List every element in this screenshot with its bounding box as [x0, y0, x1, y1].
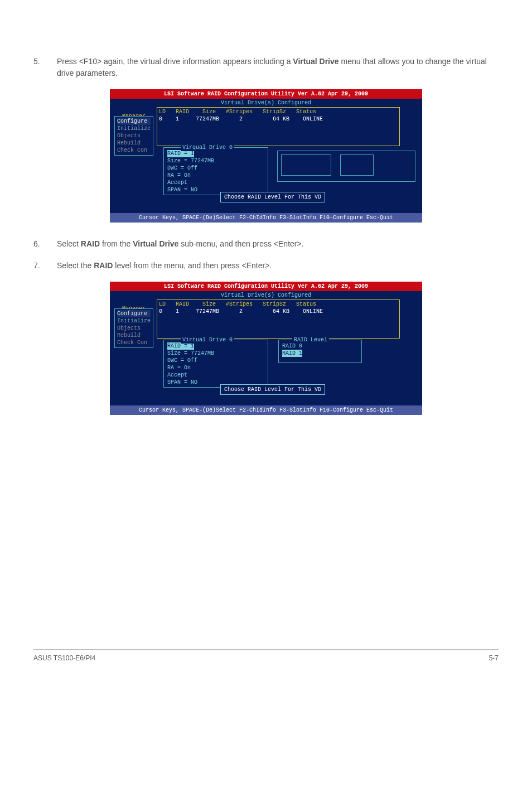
- step-6-prefix: Select: [57, 239, 81, 248]
- step-6-bold2: Virtual Drive: [133, 239, 178, 248]
- sidebar-menu-2: Configure Initialize Objects Rebuild Che…: [114, 308, 153, 348]
- step-6-number: 6.: [33, 238, 57, 250]
- menu-objects-2[interactable]: Objects: [117, 325, 151, 332]
- vd-accept-1[interactable]: Accept: [167, 179, 264, 186]
- step-7-number: 7.: [33, 260, 57, 272]
- menu-rebuild-2[interactable]: Rebuild: [117, 332, 151, 339]
- raid-level-title: RAID Level: [292, 336, 329, 344]
- virtual-drive-title-2: Virtual Drive 0: [181, 336, 234, 344]
- preview-box-1: [277, 151, 415, 182]
- step-7-bold: RAID: [94, 261, 113, 270]
- step-5-prefix: Press <F10> again, the virtual drive inf…: [57, 57, 293, 66]
- page-footer: ASUS TS100-E6/PI4 5-7: [33, 649, 499, 662]
- vd-dwc-1[interactable]: DWC = Off: [167, 165, 264, 172]
- menu-initialize-1[interactable]: Initialize: [117, 125, 151, 132]
- vd-accept-2[interactable]: Accept: [167, 371, 264, 379]
- step-7: 7. Select the RAID level from the menu, …: [33, 260, 499, 272]
- step-5: 5. Press <F10> again, the virtual drive …: [33, 56, 499, 79]
- bios-header-row-2: LD RAID Size #Stripes StripSz Status: [159, 301, 400, 308]
- bios-title-2: LSI Software RAID Configuration Utility …: [110, 282, 422, 291]
- menu-objects-1[interactable]: Objects: [117, 132, 151, 139]
- step-5-bold: Virtual Drive: [293, 57, 338, 66]
- vd-ra-2[interactable]: RA = On: [167, 364, 264, 371]
- choose-raid-level-1: Choose RAID Level For This VD: [220, 192, 325, 202]
- vd-size-1[interactable]: Size = 77247MB: [167, 157, 264, 165]
- footer-left: ASUS TS100-E6/PI4: [33, 654, 95, 662]
- step-6-text: Select RAID from the Virtual Drive sub-m…: [57, 238, 499, 250]
- bios-data-row-1: 0 1 77247MB 2 64 KB ONLINE: [159, 115, 400, 123]
- bios-header-row-1: LD RAID Size #Stripes StripSz Status: [159, 108, 400, 115]
- sidebar-menu-1: Configure Initialize Objects Rebuild Che…: [114, 116, 153, 156]
- step-6-mid: from the: [100, 239, 133, 248]
- bios-subtitle-1: Virtual Drive(s) Configured: [110, 99, 422, 107]
- step-5-text: Press <F10> again, the virtual drive inf…: [57, 56, 499, 79]
- raid-level-box: RAID Level RAID 0 RAID 1: [278, 340, 362, 363]
- bios-screenshot-2: LSI Software RAID Configuration Utility …: [110, 282, 422, 415]
- virtual-drive-box-1: Virqual Drive 0 RAID = 1 Size = 77247MB …: [163, 147, 268, 195]
- menu-initialize-2[interactable]: Initialize: [117, 317, 151, 325]
- bios-footer-2: Cursor Keys, SPACE-(De)Select F2-ChIdInf…: [110, 405, 422, 415]
- menu-configure-1[interactable]: Configure: [117, 118, 151, 125]
- footer-right: 5-7: [489, 654, 499, 662]
- menu-check-2[interactable]: Check Con: [117, 339, 151, 346]
- vd-dwc-2[interactable]: DWC = Off: [167, 357, 264, 364]
- bios-subtitle-2: Virtual Drive(s) Configured: [110, 291, 422, 299]
- preview-inner-b-1: [340, 154, 374, 176]
- step-7-prefix: Select the: [57, 261, 94, 270]
- vd-size-2[interactable]: Size = 77247MB: [167, 350, 264, 357]
- raid-level-1[interactable]: RAID 1: [282, 350, 302, 357]
- bios-title-1: LSI Software RAID Configuration Utility …: [110, 89, 422, 99]
- step-6-bold1: RAID: [81, 239, 100, 248]
- step-6-suffix: sub-menu, and then press <Enter>.: [178, 239, 303, 248]
- menu-configure-2[interactable]: Configure: [117, 310, 151, 317]
- vd-ra-1[interactable]: RA = On: [167, 172, 264, 179]
- bios-screenshot-1: LSI Software RAID Configuration Utility …: [110, 89, 422, 223]
- step-7-suffix: level from the menu, and then press <Ent…: [113, 261, 272, 270]
- step-7-text: Select the RAID level from the menu, and…: [57, 260, 499, 272]
- menu-check-1[interactable]: Check Con: [117, 147, 151, 154]
- virtual-drive-box-2: Virtual Drive 0 RAID = 1 Size = 77247MB …: [163, 340, 268, 388]
- menu-rebuild-1[interactable]: Rebuild: [117, 139, 151, 147]
- step-5-number: 5.: [33, 56, 57, 79]
- preview-inner-a-1: [281, 154, 331, 176]
- virtual-drive-title-1: Virqual Drive 0: [181, 144, 234, 151]
- bios-data-row-2: 0 1 77247MB 2 64 KB ONLINE: [159, 308, 400, 315]
- bios-footer-1: Cursor Keys, SPACE-(De)Select F2-ChIdInf…: [110, 213, 422, 223]
- step-6: 6. Select RAID from the Virtual Drive su…: [33, 238, 499, 250]
- choose-raid-level-2: Choose RAID Level For This VD: [220, 384, 325, 395]
